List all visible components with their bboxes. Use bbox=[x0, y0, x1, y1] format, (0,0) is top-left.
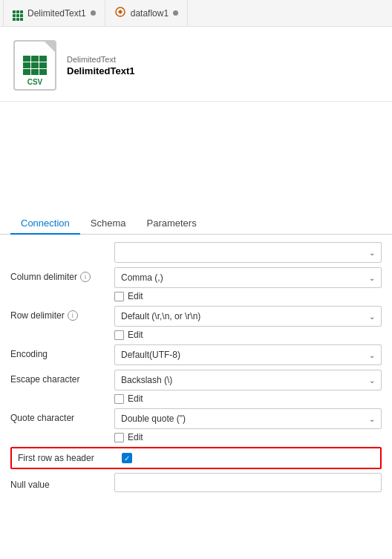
select-row-delimiter[interactable]: Default (\r,\n, or \r\n) ⌄ bbox=[114, 306, 382, 327]
form-label-quote: Quote character bbox=[10, 408, 114, 423]
checkbox-first-row-header[interactable]: ✓ bbox=[122, 453, 132, 463]
tab-bar: DelimitedText1 dataflow1 bbox=[0, 0, 392, 27]
dataset-icon bbox=[13, 5, 23, 21]
edit-row-column: Edit bbox=[114, 291, 382, 301]
form-control-first-row-header: ✓ bbox=[122, 453, 374, 463]
info-icon-row-delimiter[interactable]: i bbox=[68, 310, 78, 321]
chevron-down-icon-quote: ⌄ bbox=[369, 415, 375, 423]
select-box-partial[interactable]: ⌄ bbox=[114, 242, 382, 263]
form-row-encoding: Encoding Default(UTF-8) ⌄ bbox=[10, 344, 382, 365]
form-control-encoding: Default(UTF-8) ⌄ bbox=[114, 344, 382, 365]
tab-parameters[interactable]: Parameters bbox=[136, 212, 206, 235]
form-label-escape: Escape character bbox=[10, 370, 114, 385]
chevron-down-icon-escape: ⌄ bbox=[369, 376, 375, 385]
tab-schema[interactable]: Schema bbox=[80, 212, 137, 235]
chevron-down-icon-partial: ⌄ bbox=[369, 249, 375, 257]
form-control-escape: Backslash (\) ⌄ Edit bbox=[114, 370, 382, 404]
edit-row-row-delimiter: Edit bbox=[114, 330, 382, 340]
csv-label: CSV bbox=[27, 78, 43, 86]
edit-row-escape: Edit bbox=[114, 393, 382, 404]
form-label-partial bbox=[10, 242, 114, 246]
form-control-column-delimiter: Comma (,) ⌄ Edit bbox=[114, 267, 382, 301]
edit-checkbox-quote[interactable] bbox=[114, 433, 124, 442]
tab-dataflow[interactable]: dataflow1 bbox=[105, 0, 188, 26]
select-escape[interactable]: Backslash (\) ⌄ bbox=[114, 370, 382, 390]
csv-file-icon: CSV bbox=[13, 40, 56, 91]
null-value-input[interactable] bbox=[114, 473, 382, 492]
form-row-column-delimiter: Column delimiter i Comma (,) ⌄ Edit bbox=[10, 267, 382, 301]
form-label-encoding: Encoding bbox=[10, 344, 114, 359]
form-label-first-row-header: First row as header bbox=[18, 453, 122, 463]
form-control-quote: Double quote (") ⌄ Edit bbox=[114, 408, 382, 442]
form-row-null-value: Null value bbox=[10, 472, 382, 493]
select-encoding[interactable]: Default(UTF-8) ⌄ bbox=[114, 344, 382, 365]
form-control-null-value bbox=[114, 473, 382, 492]
nav-tabs: Connection Schema Parameters bbox=[0, 212, 392, 235]
form-row-row-delimiter: Row delimiter i Default (\r,\n, or \r\n)… bbox=[10, 306, 382, 340]
edit-checkbox-column[interactable] bbox=[114, 292, 124, 301]
info-icon-column-delimiter[interactable]: i bbox=[80, 272, 91, 282]
chevron-down-icon-encoding: ⌄ bbox=[369, 351, 375, 359]
dataset-name-label: DelimitedText1 bbox=[67, 65, 135, 76]
header-text: DelimitedText DelimitedText1 bbox=[67, 55, 135, 76]
spacer-area bbox=[0, 102, 392, 206]
form-control-row-delimiter: Default (\r,\n, or \r\n) ⌄ Edit bbox=[114, 306, 382, 340]
form-row-quote: Quote character Double quote (") ⌄ Edit bbox=[10, 408, 382, 442]
tab-connection[interactable]: Connection bbox=[10, 212, 80, 235]
tab-dataflow-dot bbox=[173, 10, 178, 16]
form-label-null-value: Null value bbox=[10, 475, 114, 490]
edit-row-quote: Edit bbox=[114, 432, 382, 442]
dataflow-icon bbox=[114, 6, 126, 20]
select-column-delimiter[interactable]: Comma (,) ⌄ bbox=[114, 267, 382, 288]
form-row-top-partial: ⌄ bbox=[10, 242, 382, 263]
edit-checkbox-row[interactable] bbox=[114, 330, 124, 340]
tab-delimited-dot bbox=[91, 10, 96, 16]
chevron-down-icon-row: ⌄ bbox=[369, 313, 375, 321]
form-label-row-delimiter: Row delimiter i bbox=[10, 306, 114, 321]
tab-dataflow-label: dataflow1 bbox=[131, 8, 169, 19]
highlight-row-first-row-header: First row as header ✓ bbox=[10, 447, 382, 469]
edit-checkbox-escape[interactable] bbox=[114, 394, 124, 404]
form-control-partial: ⌄ bbox=[114, 242, 382, 263]
form-label-column-delimiter: Column delimiter i bbox=[10, 267, 114, 282]
header-area: CSV DelimitedText DelimitedText1 bbox=[0, 27, 392, 102]
tab-delimited-label: DelimitedText1 bbox=[27, 8, 86, 19]
dataset-type-label: DelimitedText bbox=[67, 55, 135, 64]
tab-delimited[interactable]: DelimitedText1 bbox=[3, 0, 105, 26]
form-row-escape: Escape character Backslash (\) ⌄ Edit bbox=[10, 370, 382, 404]
form-area: ⌄ Column delimiter i Comma (,) ⌄ Edit Ro… bbox=[0, 235, 392, 505]
select-quote[interactable]: Double quote (") ⌄ bbox=[114, 408, 382, 429]
chevron-down-icon-column: ⌄ bbox=[369, 274, 375, 282]
